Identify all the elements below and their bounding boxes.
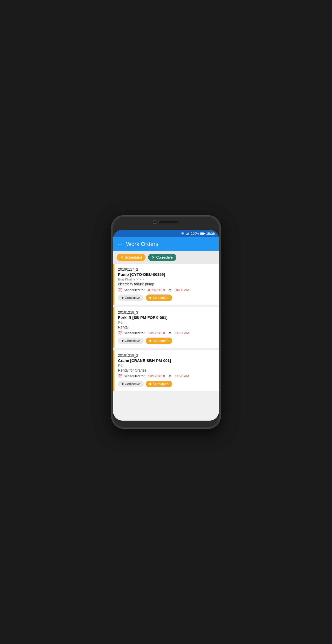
filter-chip-corrective[interactable]: ✕ Corrective [148, 254, 176, 261]
corrective-dot [122, 297, 123, 299]
filter-corrective-label: Corrective [156, 255, 173, 259]
remove-corrective-icon: ✕ [152, 256, 155, 259]
work-order-location: P&m [118, 320, 215, 324]
work-order-schedule: 📅 Scheduled for 01/02/2019 at 04:00 AM [118, 288, 215, 292]
work-orders-list[interactable]: 20190117_2 Pump [CYTO-DBU-00359] Burj Kh… [113, 264, 219, 421]
app-bar: ← Work Orders [113, 237, 219, 251]
corrective-dot [122, 340, 123, 342]
schedule-label: Scheduled for [124, 331, 144, 335]
phone-shell: 100% 15:38 ← Work Orders ✕ Scheduled [112, 216, 220, 428]
work-order-tags: Corrective Scheduled [118, 381, 215, 387]
svg-rect-2 [187, 233, 188, 235]
phone-screen: 100% 15:38 ← Work Orders ✕ Scheduled [113, 230, 219, 421]
schedule-date: 18/12/2018 [148, 374, 165, 378]
work-order-asset: Crane [CRANE-SBH-PM-001] [118, 358, 215, 363]
work-order-location: P&m [118, 364, 215, 367]
tag-scheduled-label: Scheduled [153, 382, 168, 386]
schedule-label: Scheduled for [124, 374, 144, 378]
schedule-date: 18/12/2018 [148, 331, 165, 335]
svg-point-0 [182, 235, 183, 235]
work-order-asset: Forklift [SB-PM-FORK-001] [118, 315, 215, 320]
work-order-schedule: 📅 Scheduled for 18/12/2018 at 11:26 AM [118, 374, 215, 378]
work-order-tags: Corrective Scheduled [118, 338, 215, 344]
work-order-card[interactable]: 20181218_3 Forklift [SB-PM-FORK-001] P&m… [113, 307, 219, 348]
camera-dot [153, 220, 156, 224]
filter-bar: ✕ Scheduled ✕ Corrective [113, 251, 219, 264]
back-button[interactable]: ← [117, 241, 123, 248]
svg-rect-4 [189, 232, 190, 235]
camera-area [153, 220, 179, 224]
work-order-id: 20181218_3 [118, 310, 215, 314]
work-order-schedule: 📅 Scheduled for 18/12/2018 at 11:37 AM [118, 331, 215, 335]
work-order-card[interactable]: 20190117_2 Pump [CYTO-DBU-00359] Burj Kh… [113, 264, 219, 305]
schedule-at: at [169, 331, 171, 335]
tag-scheduled: Scheduled [146, 381, 172, 387]
schedule-time: 11:26 AM [175, 374, 189, 378]
battery-icon [200, 232, 205, 235]
work-order-description: Rental for Cranes [118, 368, 215, 372]
schedule-at: at [169, 374, 171, 378]
tag-corrective: Corrective [118, 338, 144, 344]
filter-scheduled-label: Scheduled [125, 255, 142, 259]
scheduled-dot [149, 383, 151, 385]
status-bar: 100% 15:38 [113, 230, 219, 237]
calendar-icon: 📅 [118, 374, 122, 378]
tag-corrective: Corrective [118, 381, 144, 387]
svg-rect-7 [204, 233, 205, 234]
battery-percentage: 100% [191, 232, 199, 235]
wifi-icon [181, 232, 185, 235]
tag-scheduled: Scheduled [146, 338, 172, 344]
svg-rect-6 [200, 233, 204, 235]
tag-scheduled-label: Scheduled [153, 296, 168, 300]
page-title: Work Orders [126, 241, 158, 248]
filter-chip-scheduled[interactable]: ✕ Scheduled [117, 254, 146, 261]
schedule-date: 01/02/2019 [148, 288, 165, 292]
svg-rect-3 [188, 233, 189, 235]
work-order-card[interactable]: 20181218_2 Crane [CRANE-SBH-PM-001] P&m … [113, 350, 219, 391]
calendar-icon: 📅 [118, 288, 122, 292]
svg-rect-1 [186, 234, 187, 235]
corrective-dot [122, 383, 123, 385]
work-order-id: 20190117_2 [118, 267, 215, 271]
tag-corrective: Corrective [118, 294, 144, 301]
tag-corrective-label: Corrective [125, 339, 140, 343]
signal-icon [186, 232, 190, 235]
tag-corrective-label: Corrective [125, 296, 140, 300]
work-order-description: Rental [118, 325, 215, 329]
work-order-id: 20181218_2 [118, 353, 215, 358]
speaker-bar [158, 221, 179, 223]
schedule-label: Scheduled for [124, 288, 144, 292]
tag-corrective-label: Corrective [125, 382, 140, 386]
work-order-tags: Corrective Scheduled [118, 294, 215, 301]
remove-scheduled-icon: ✕ [120, 256, 123, 259]
schedule-time: 11:37 AM [175, 331, 189, 335]
scheduled-dot [149, 297, 151, 299]
schedule-at: at [169, 288, 171, 292]
work-order-location: Burj Khalifa > > > [118, 277, 215, 281]
status-time: 15:38 [206, 232, 215, 236]
calendar-icon: 📅 [118, 331, 122, 335]
work-order-asset: Pump [CYTO-DBU-00359] [118, 272, 215, 277]
scheduled-dot [149, 340, 151, 342]
schedule-time: 04:00 AM [175, 288, 189, 292]
work-order-description: electricity failure pump [118, 282, 215, 286]
tag-scheduled: Scheduled [146, 294, 172, 301]
status-icons: 100% 15:38 [181, 232, 215, 236]
tag-scheduled-label: Scheduled [153, 339, 168, 343]
